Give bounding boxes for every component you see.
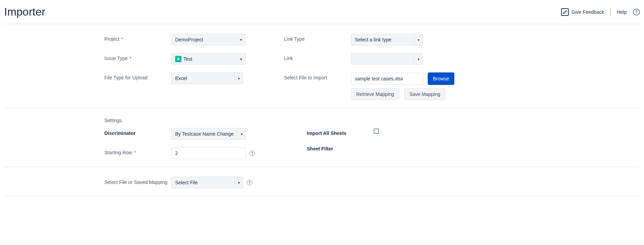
settings-title: Settings [104,118,640,123]
page-title: Importer [4,6,45,18]
link-type-value: Select a link type [351,34,414,46]
chevron-down-icon: ▾ [240,38,242,42]
chevron-down-icon[interactable]: ▾ [234,72,243,84]
link-select[interactable]: ▾ [351,53,423,65]
select-mapping-value: Select File [171,177,234,188]
retrieve-mapping-button[interactable]: Retrieve Mapping [351,88,399,100]
help-icon[interactable]: ? [249,150,255,156]
help-link[interactable]: Help [617,9,627,15]
give-feedback-link[interactable]: Give Feedback [561,8,604,16]
chevron-down-icon[interactable]: ▾ [414,53,423,65]
chevron-down-icon[interactable]: ▾ [414,34,423,46]
chevron-down-icon: ▾ [240,57,242,61]
discriminator-value: By Testcase Name Change [171,128,237,140]
link-value [351,53,414,65]
help-icon[interactable]: ? [633,9,640,16]
file-type-label: File Type for Upload [104,72,171,80]
page-header: Importer Give Feedback Help ? [4,3,640,24]
link-type-select[interactable]: Select a link type ▾ [351,34,423,46]
discriminator-label: Discriminator [104,128,171,136]
test-issue-icon [175,56,181,62]
link-type-label: Link Type [284,34,351,42]
select-mapping-select[interactable]: Select File ▾ [171,177,243,188]
settings-section: Settings Discriminator By Testcase Name … [4,108,640,167]
select-file-label: Select File to Import [284,72,351,80]
project-select[interactable]: DemoProject ▾ [171,34,246,46]
discriminator-select[interactable]: By Testcase Name Change ▾ [171,128,246,140]
save-mapping-button[interactable]: Save Mapping [404,88,446,100]
link-label: Link [284,53,351,61]
file-name-input[interactable]: sample test cases.xlsx [351,73,424,85]
select-mapping-label: Select File or Saved Mapping [104,177,171,186]
file-type-value: Excel [171,72,234,84]
browse-button[interactable]: Browse [428,72,454,85]
issue-type-value: Test [183,56,192,62]
chevron-down-icon[interactable]: ▾ [234,177,243,188]
help-icon[interactable]: ? [247,180,252,185]
issue-type-label: Issue Type * [104,53,171,61]
feedback-icon [561,8,569,16]
issue-type-select[interactable]: Test ▾ [171,53,246,65]
import-all-sheets-label: Import All Sheets [307,128,374,136]
project-value: DemoProject [175,37,203,42]
starting-row-input[interactable]: 2 [171,147,246,159]
chevron-down-icon[interactable]: ▾ [237,128,246,140]
sheet-filter-label: Sheet Filter [307,144,374,151]
project-label: Project * [104,34,171,42]
separator [610,8,610,16]
svg-rect-1 [178,58,179,60]
mapping-section: Select File or Saved Mapping Select File… [4,167,640,196]
import-config-section: Project * DemoProject ▾ Issue Type * [4,24,640,108]
file-type-select[interactable]: Excel ▾ [171,72,243,84]
import-all-sheets-checkbox[interactable] [374,129,379,134]
give-feedback-label: Give Feedback [571,9,604,15]
starting-row-label: Starting Row * [104,147,171,155]
